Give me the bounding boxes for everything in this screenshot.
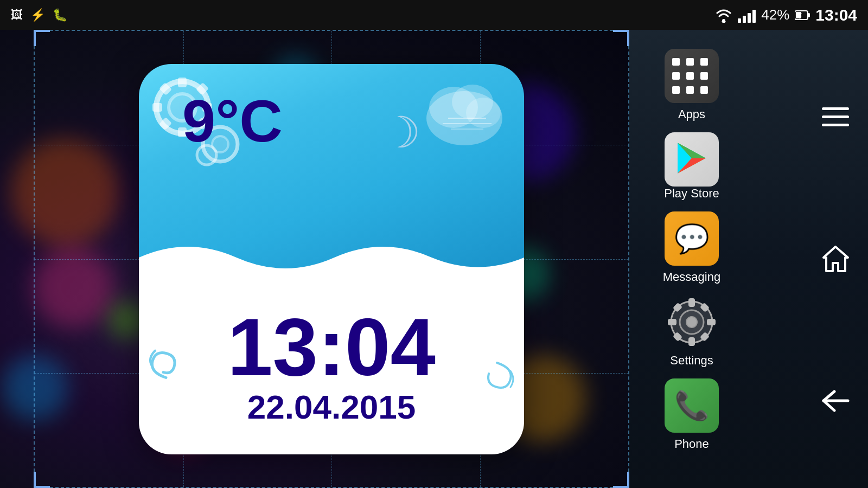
- status-right-icons: 42% 13:04: [715, 6, 857, 24]
- status-left-icons: 🖼 ⚡ 🐛: [11, 8, 67, 22]
- home-button[interactable]: [816, 240, 854, 278]
- photo-icon: 🖼: [11, 8, 23, 22]
- bug-icon: 🐛: [53, 8, 67, 22]
- svg-rect-31: [668, 319, 676, 325]
- svg-rect-11: [152, 103, 162, 112]
- wifi-icon: [715, 8, 732, 23]
- svg-rect-32: [707, 319, 716, 325]
- hamburger-line-1: [822, 107, 849, 110]
- wave-divider: [139, 236, 524, 279]
- messaging-label: Messaging: [663, 270, 720, 284]
- status-bar: 🖼 ⚡ 🐛 42% 13:04: [0, 0, 868, 30]
- corner-tl: [34, 30, 50, 46]
- cloud-decoration: [421, 75, 508, 147]
- settings-icon-item[interactable]: Settings: [648, 295, 735, 368]
- phone-icon[interactable]: 📞: [665, 378, 719, 433]
- signal-bars: [738, 8, 756, 23]
- svg-marker-38: [824, 247, 848, 271]
- moon-icon: ☽: [382, 107, 421, 158]
- play-store-logo: [673, 140, 711, 178]
- phone-handset-icon: 📞: [674, 389, 710, 422]
- swirl-left: [144, 339, 188, 393]
- weather-widget[interactable]: 9°C ☽ 13:04: [139, 64, 524, 454]
- settings-icon[interactable]: [665, 295, 719, 349]
- svg-rect-30: [688, 337, 695, 346]
- widget-bottom: 13:04 22.04.2015: [139, 279, 524, 454]
- widget-time: 13:04: [227, 306, 436, 388]
- svg-rect-3: [808, 13, 810, 17]
- back-button[interactable]: [816, 382, 854, 420]
- svg-rect-29: [688, 298, 695, 307]
- settings-label: Settings: [670, 354, 713, 368]
- swirl-right: [481, 357, 519, 403]
- hamburger-menu-button[interactable]: [816, 98, 854, 136]
- widget-top: 9°C ☽: [139, 64, 524, 279]
- battery-percentage: 42%: [761, 7, 789, 23]
- corner-bl: [34, 472, 50, 488]
- apps-icon[interactable]: [665, 49, 719, 103]
- nav-buttons-column: [738, 41, 868, 477]
- hamburger-lines: [822, 107, 849, 126]
- corner-br: [613, 472, 629, 488]
- messaging-smiley: 💬: [674, 222, 710, 255]
- clock-time: 13:04: [815, 6, 857, 24]
- back-icon: [821, 389, 851, 413]
- playstore-icon-item[interactable]: Play Store: [648, 132, 735, 201]
- hamburger-line-2: [822, 115, 849, 118]
- widget-container: 9°C ☽ 13:04: [34, 30, 629, 488]
- svg-rect-9: [178, 78, 187, 87]
- settings-gear-svg: [665, 295, 719, 349]
- svg-point-0: [722, 19, 725, 22]
- app-icons-column: Apps Play Store: [629, 41, 738, 477]
- messaging-icon-item[interactable]: 💬 Messaging: [648, 211, 735, 284]
- home-icon: [821, 244, 851, 274]
- right-sidebar: Apps Play Store: [629, 30, 868, 488]
- apps-icon-item[interactable]: Apps: [648, 49, 735, 121]
- playstore-icon[interactable]: [665, 132, 719, 187]
- messaging-icon[interactable]: 💬: [665, 211, 719, 266]
- svg-point-37: [686, 317, 697, 328]
- apps-label: Apps: [678, 107, 705, 121]
- battery-icon: [795, 10, 810, 21]
- hamburger-line-3: [822, 124, 849, 126]
- usb-icon: ⚡: [30, 8, 45, 22]
- phone-icon-item[interactable]: 📞 Phone: [648, 378, 735, 451]
- playstore-label: Play Store: [664, 187, 719, 201]
- phone-label: Phone: [674, 437, 709, 451]
- corner-tr: [613, 30, 629, 46]
- widget-date: 22.04.2015: [247, 388, 416, 426]
- temperature-display: 9°C: [182, 91, 283, 151]
